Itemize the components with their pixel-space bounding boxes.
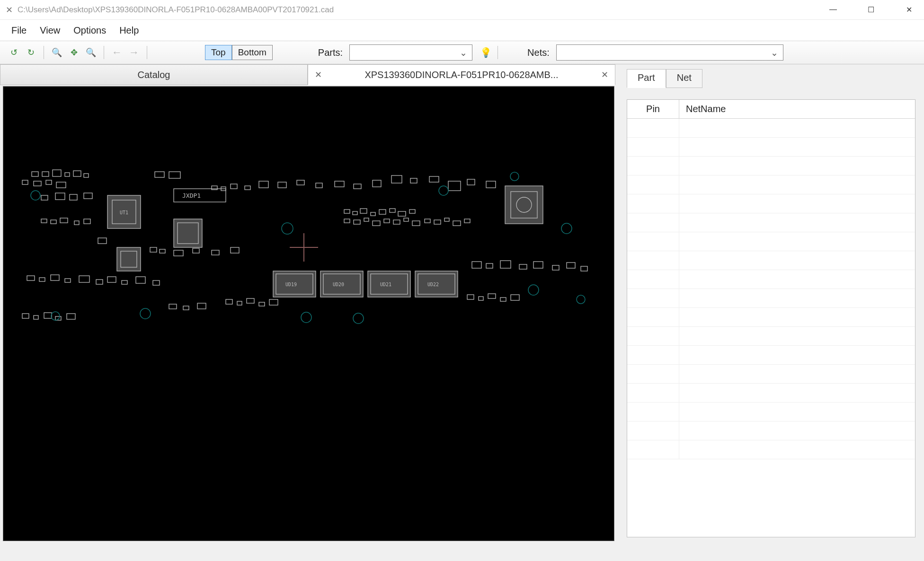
svg-rect-30 (354, 184, 361, 189)
svg-rect-79 (34, 316, 38, 319)
svg-rect-8 (46, 180, 52, 184)
svg-rect-3 (65, 173, 70, 176)
separator (498, 46, 498, 59)
svg-rect-45 (84, 219, 90, 224)
svg-rect-36 (467, 179, 475, 185)
layer-top-button[interactable]: Top (205, 45, 232, 60)
svg-rect-12 (155, 172, 164, 177)
close-tab-icon[interactable]: ✕ (601, 70, 608, 80)
svg-rect-81 (55, 316, 61, 320)
svg-rect-71 (107, 277, 116, 282)
svg-point-97 (353, 313, 364, 324)
app-icon: ✕ (6, 5, 13, 15)
svg-rect-25 (259, 181, 268, 188)
svg-rect-126 (259, 302, 265, 306)
svg-rect-32 (391, 175, 402, 183)
svg-rect-104 (360, 209, 367, 213)
col-netname[interactable]: NetName (679, 100, 915, 118)
svg-rect-78 (22, 314, 29, 318)
chevron-down-icon: ⌄ (771, 47, 778, 58)
svg-point-99 (561, 223, 572, 234)
svg-rect-129 (479, 297, 483, 300)
svg-rect-117 (412, 221, 420, 226)
svg-point-101 (577, 295, 585, 304)
svg-rect-119 (434, 220, 441, 224)
svg-rect-6 (22, 180, 28, 184)
svg-rect-77 (197, 303, 206, 309)
titlebar: ✕ C:\Users\Ad\Desktop\XPS139360DINORLA-F… (0, 0, 924, 20)
svg-rect-112 (364, 218, 369, 221)
grid-body (627, 119, 915, 459)
side-tab-net[interactable]: Net (666, 69, 702, 88)
svg-rect-75 (169, 304, 177, 309)
label-jxdp1: JXDP1 (182, 192, 201, 199)
tab-file[interactable]: ✕ XPS139360DINORLA-F051PR10-0628AMB... ✕ (308, 64, 615, 85)
layer-bottom-button[interactable]: Bottom (232, 45, 273, 60)
svg-rect-124 (237, 301, 242, 305)
svg-rect-51 (174, 250, 183, 256)
pcb-canvas[interactable]: UT1 JXDP1 (3, 86, 614, 541)
svg-rect-7 (34, 181, 41, 186)
svg-rect-4 (73, 171, 81, 176)
rotate-ccw-icon[interactable]: ↺ (7, 45, 21, 60)
svg-rect-19 (174, 219, 202, 247)
tab-file-label: XPS139360DINORLA-F051PR10-0628AMB... (364, 70, 558, 80)
side-tab-part[interactable]: Part (627, 69, 666, 88)
svg-rect-54 (231, 247, 239, 253)
svg-rect-106 (379, 210, 386, 214)
svg-rect-85 (500, 261, 511, 268)
svg-rect-21 (212, 186, 217, 190)
svg-rect-23 (231, 184, 237, 189)
window-title: C:\Users\Ad\Desktop\XPS139360DINORLA-F05… (18, 5, 334, 15)
label-ut1: UT1 (120, 210, 128, 215)
svg-rect-2 (53, 170, 61, 176)
svg-rect-31 (373, 180, 381, 187)
separator (104, 46, 104, 59)
col-pin[interactable]: Pin (627, 100, 679, 118)
tab-catalog[interactable]: Catalog (0, 64, 308, 85)
rotate-cw-icon[interactable]: ↻ (24, 45, 38, 60)
close-button[interactable]: ✕ (899, 5, 918, 14)
parts-combo[interactable]: ⌄ (349, 44, 472, 61)
back-arrow-icon[interactable]: ← (110, 45, 124, 60)
nets-combo[interactable]: ⌄ (556, 44, 783, 61)
svg-rect-33 (410, 178, 417, 183)
zoom-in-icon[interactable]: 🔍 (84, 45, 98, 60)
svg-rect-86 (519, 264, 527, 269)
svg-rect-68 (65, 279, 71, 282)
svg-rect-65 (27, 276, 35, 280)
svg-rect-53 (212, 250, 219, 255)
svg-rect-52 (193, 248, 199, 253)
menu-options[interactable]: Options (73, 25, 106, 36)
svg-point-93 (439, 186, 448, 195)
svg-rect-17 (55, 193, 65, 200)
svg-rect-120 (444, 218, 449, 221)
menu-view[interactable]: View (40, 25, 60, 36)
svg-rect-87 (533, 262, 543, 268)
nets-label: Nets: (527, 47, 550, 58)
svg-rect-16 (70, 194, 77, 200)
svg-rect-128 (467, 295, 474, 299)
svg-rect-37 (486, 181, 496, 188)
label-ud22: UD22 (427, 282, 439, 287)
zoom-window-icon[interactable]: 🔍 (50, 45, 64, 60)
menu-file[interactable]: File (11, 25, 27, 36)
svg-rect-43 (60, 218, 68, 223)
menu-help[interactable]: Help (119, 25, 139, 36)
zoom-fit-icon[interactable]: ✥ (67, 45, 81, 60)
svg-rect-130 (488, 294, 496, 298)
svg-rect-5 (84, 174, 89, 177)
forward-arrow-icon[interactable]: → (127, 45, 141, 60)
svg-rect-28 (316, 183, 322, 188)
svg-rect-42 (51, 220, 56, 224)
svg-rect-70 (96, 280, 103, 284)
svg-rect-69 (79, 276, 89, 282)
highlight-icon[interactable]: 💡 (480, 47, 492, 58)
svg-point-96 (301, 312, 311, 323)
svg-rect-132 (511, 295, 519, 300)
svg-point-98 (528, 285, 539, 295)
svg-rect-89 (567, 263, 575, 268)
minimize-button[interactable]: — (824, 5, 843, 14)
svg-rect-67 (51, 275, 59, 280)
maximize-button[interactable]: ☐ (862, 5, 880, 14)
